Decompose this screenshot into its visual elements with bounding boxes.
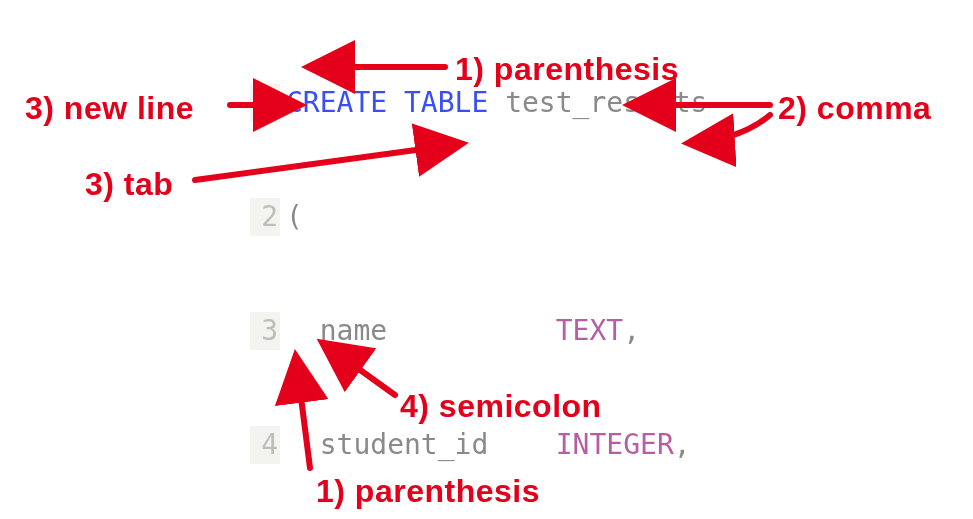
column-name: name: [286, 312, 387, 350]
whitespace: [387, 312, 556, 350]
annotation-comma: 2) comma: [778, 92, 931, 124]
annotation-semicolon: 4) semicolon: [400, 390, 602, 422]
column-type: TEXT: [556, 312, 623, 350]
sql-keyword: CREATE TABLE: [286, 84, 488, 122]
line-number: 4: [250, 426, 280, 464]
table-name: test_results: [488, 84, 707, 122]
comma: ,: [623, 312, 640, 350]
line-number: 2: [250, 198, 280, 236]
annotation-parenthesis-top: 1) parenthesis: [455, 53, 679, 85]
code-line-4: 4 student_id INTEGER,: [250, 426, 707, 464]
code-line-1: 1CREATE TABLE test_results: [250, 84, 707, 122]
code-line-2: 2(: [250, 198, 707, 236]
line-number: 3: [250, 312, 280, 350]
annotation-new-line: 3) new line: [25, 92, 194, 124]
code-line-3: 3 name TEXT,: [250, 312, 707, 350]
annotation-parenthesis-bottom: 1) parenthesis: [316, 475, 540, 507]
column-type: INTEGER: [556, 426, 674, 464]
open-paren: (: [286, 198, 303, 236]
annotation-tab: 3) tab: [85, 168, 173, 200]
column-name: student_id: [286, 426, 488, 464]
line-number: 1: [250, 84, 280, 122]
comma: ,: [674, 426, 691, 464]
whitespace: [488, 426, 555, 464]
